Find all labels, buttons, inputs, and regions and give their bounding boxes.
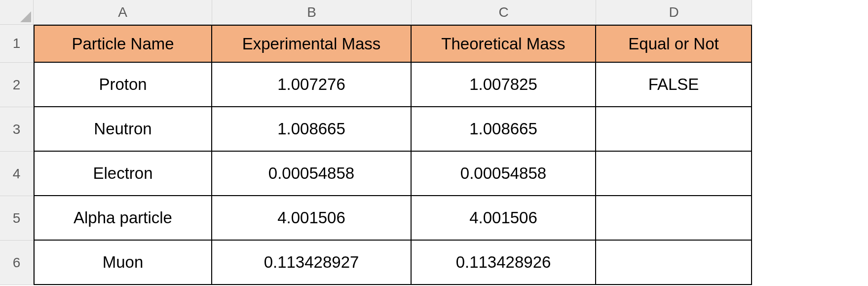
col-header-D[interactable]: D — [596, 0, 752, 25]
row-header-6[interactable]: 6 — [0, 241, 34, 285]
cell-A6[interactable]: Muon — [34, 241, 212, 285]
cell-D1[interactable]: Equal or Not — [596, 25, 752, 63]
row-header-1[interactable]: 1 — [0, 25, 34, 63]
cell-C3[interactable]: 1.008665 — [412, 107, 596, 152]
col-header-C[interactable]: C — [412, 0, 596, 25]
select-all-corner[interactable] — [0, 0, 34, 25]
row-header-3[interactable]: 3 — [0, 107, 34, 152]
cell-D5[interactable] — [596, 196, 752, 241]
cell-D4[interactable] — [596, 152, 752, 196]
col-header-B[interactable]: B — [212, 0, 412, 25]
cell-D2[interactable]: FALSE — [596, 63, 752, 107]
cell-B6[interactable]: 0.113428927 — [212, 241, 412, 285]
spreadsheet-grid: A B C D 1 Particle Name Experimental Mas… — [0, 0, 868, 285]
row-header-2[interactable]: 2 — [0, 63, 34, 107]
cell-B2[interactable]: 1.007276 — [212, 63, 412, 107]
cell-B3[interactable]: 1.008665 — [212, 107, 412, 152]
cell-A4[interactable]: Electron — [34, 152, 212, 196]
cell-B5[interactable]: 4.001506 — [212, 196, 412, 241]
cell-A3[interactable]: Neutron — [34, 107, 212, 152]
col-header-A[interactable]: A — [34, 0, 212, 25]
cell-A2[interactable]: Proton — [34, 63, 212, 107]
row-header-5[interactable]: 5 — [0, 196, 34, 241]
cell-B4[interactable]: 0.00054858 — [212, 152, 412, 196]
cell-C6[interactable]: 0.113428926 — [412, 241, 596, 285]
cell-B1[interactable]: Experimental Mass — [212, 25, 412, 63]
cell-D3[interactable] — [596, 107, 752, 152]
cell-C4[interactable]: 0.00054858 — [412, 152, 596, 196]
row-header-4[interactable]: 4 — [0, 152, 34, 196]
cell-A1[interactable]: Particle Name — [34, 25, 212, 63]
cell-D6[interactable] — [596, 241, 752, 285]
cell-A5[interactable]: Alpha particle — [34, 196, 212, 241]
cell-C5[interactable]: 4.001506 — [412, 196, 596, 241]
cell-C2[interactable]: 1.007825 — [412, 63, 596, 107]
cell-C1[interactable]: Theoretical Mass — [412, 25, 596, 63]
